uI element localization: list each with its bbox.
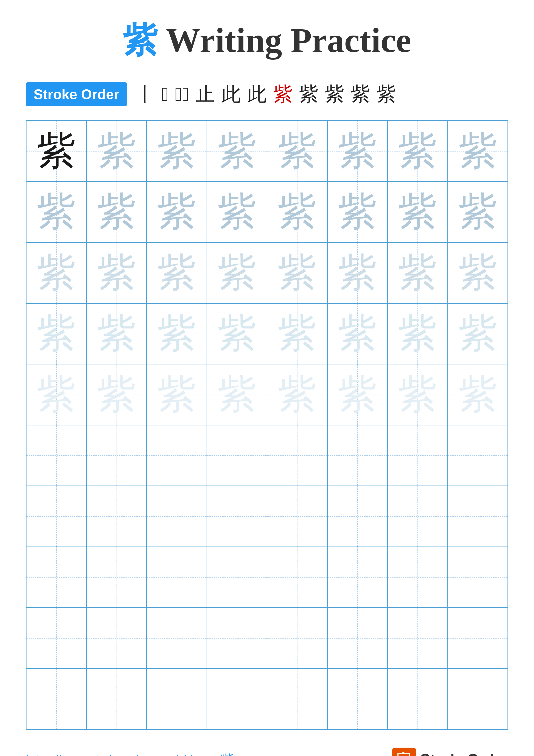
grid-cell-4-8[interactable]: 紫 [448, 304, 508, 364]
grid-cell-3-7[interactable]: 紫 [388, 243, 448, 303]
grid-cell-7-4[interactable] [207, 486, 267, 547]
grid-cell-6-5[interactable] [267, 425, 328, 486]
grid-cell-3-2[interactable]: 紫 [87, 243, 147, 303]
grid-cell-2-8[interactable]: 紫 [448, 182, 508, 242]
grid-cell-3-8[interactable]: 紫 [448, 243, 508, 303]
grid-cell-8-2[interactable] [87, 547, 147, 608]
stroke-step-7: 紫 [273, 81, 292, 107]
grid-cell-2-6[interactable]: 紫 [328, 182, 388, 242]
stroke-step-1: 丨 [136, 81, 155, 107]
logo-icon: 字 [392, 747, 416, 756]
grid-cell-10-8[interactable] [448, 669, 508, 729]
grid-cell-10-4[interactable] [207, 669, 267, 729]
grid-cell-3-4[interactable]: 紫 [207, 243, 267, 303]
grid-cell-7-6[interactable] [328, 486, 388, 547]
grid-cell-4-3[interactable]: 紫 [147, 304, 207, 364]
grid-cell-2-5[interactable]: 紫 [267, 182, 328, 242]
char-display: 紫 [157, 132, 196, 171]
grid-cell-2-7[interactable]: 紫 [388, 182, 448, 242]
grid-cell-7-2[interactable] [87, 486, 147, 547]
grid-cell-2-3[interactable]: 紫 [147, 182, 207, 242]
grid-cell-2-1[interactable]: 紫 [27, 182, 87, 242]
practice-grid[interactable]: 紫 紫 紫 紫 紫 紫 紫 紫 紫 紫 紫 紫 紫 紫 紫 紫 紫 紫 紫 紫 … [26, 120, 508, 730]
grid-cell-1-8[interactable]: 紫 [448, 121, 508, 181]
grid-cell-10-3[interactable] [147, 669, 207, 729]
grid-cell-5-7[interactable]: 紫 [388, 364, 448, 425]
grid-cell-8-6[interactable] [328, 547, 388, 608]
char-display: 紫 [398, 375, 437, 414]
char-display: 紫 [37, 314, 76, 353]
char-display: 紫 [458, 192, 497, 231]
grid-cell-9-7[interactable] [388, 608, 448, 668]
grid-cell-1-7[interactable]: 紫 [388, 121, 448, 181]
grid-cell-10-6[interactable] [328, 669, 388, 729]
grid-cell-7-1[interactable] [27, 486, 87, 547]
grid-cell-3-3[interactable]: 紫 [147, 243, 207, 303]
grid-cell-4-1[interactable]: 紫 [27, 304, 87, 364]
grid-cell-4-5[interactable]: 紫 [267, 304, 328, 364]
grid-cell-9-5[interactable] [267, 608, 328, 668]
grid-cell-4-2[interactable]: 紫 [87, 304, 147, 364]
char-display: 紫 [157, 314, 196, 353]
grid-cell-5-8[interactable]: 紫 [448, 364, 508, 425]
grid-cell-9-4[interactable] [207, 608, 267, 668]
grid-cell-5-1[interactable]: 紫 [27, 364, 87, 425]
grid-cell-6-7[interactable] [388, 425, 448, 486]
grid-cell-6-2[interactable] [87, 425, 147, 486]
grid-cell-6-8[interactable] [448, 425, 508, 486]
char-display: 紫 [398, 132, 437, 171]
grid-cell-6-3[interactable] [147, 425, 207, 486]
grid-cell-8-8[interactable] [448, 547, 508, 608]
grid-cell-5-6[interactable]: 紫 [328, 364, 388, 425]
grid-cell-1-5[interactable]: 紫 [267, 121, 328, 181]
grid-cell-1-1[interactable]: 紫 [27, 121, 87, 181]
grid-cell-1-4[interactable]: 紫 [207, 121, 267, 181]
grid-cell-5-3[interactable]: 紫 [147, 364, 207, 425]
char-display: 紫 [97, 132, 136, 171]
char-display: 紫 [217, 375, 256, 414]
char-display: 紫 [338, 314, 377, 353]
grid-cell-7-5[interactable] [267, 486, 328, 547]
grid-cell-8-1[interactable] [27, 547, 87, 608]
grid-cell-5-4[interactable]: 紫 [207, 364, 267, 425]
footer-url[interactable]: https://www.strokeorder.com/chinese/紫 [26, 751, 234, 756]
char-display: 紫 [458, 375, 497, 414]
grid-cell-10-5[interactable] [267, 669, 328, 729]
grid-cell-5-2[interactable]: 紫 [87, 364, 147, 425]
grid-row-7 [27, 486, 507, 547]
grid-cell-9-8[interactable] [448, 608, 508, 668]
grid-cell-6-4[interactable] [207, 425, 267, 486]
grid-cell-8-7[interactable] [388, 547, 448, 608]
grid-cell-10-1[interactable] [27, 669, 87, 729]
grid-cell-6-6[interactable] [328, 425, 388, 486]
grid-cell-3-5[interactable]: 紫 [267, 243, 328, 303]
grid-cell-7-3[interactable] [147, 486, 207, 547]
grid-cell-2-4[interactable]: 紫 [207, 182, 267, 242]
char-display: 紫 [97, 254, 136, 292]
grid-cell-9-2[interactable] [87, 608, 147, 668]
grid-cell-8-3[interactable] [147, 547, 207, 608]
char-display: 紫 [37, 192, 76, 231]
grid-cell-10-2[interactable] [87, 669, 147, 729]
grid-cell-1-6[interactable]: 紫 [328, 121, 388, 181]
grid-cell-7-7[interactable] [388, 486, 448, 547]
grid-cell-3-6[interactable]: 紫 [328, 243, 388, 303]
grid-cell-10-7[interactable] [388, 669, 448, 729]
grid-cell-2-2[interactable]: 紫 [87, 182, 147, 242]
grid-cell-9-6[interactable] [328, 608, 388, 668]
grid-cell-9-1[interactable] [27, 608, 87, 668]
grid-cell-1-3[interactable]: 紫 [147, 121, 207, 181]
grid-cell-8-5[interactable] [267, 547, 328, 608]
grid-cell-6-1[interactable] [27, 425, 87, 486]
grid-cell-1-2[interactable]: 紫 [87, 121, 147, 181]
grid-cell-4-7[interactable]: 紫 [388, 304, 448, 364]
grid-cell-5-5[interactable]: 紫 [267, 364, 328, 425]
grid-cell-4-6[interactable]: 紫 [328, 304, 388, 364]
grid-cell-8-4[interactable] [207, 547, 267, 608]
stroke-sequence: 丨 𠂇 𠂇丨 止 此 此 紫 紫 紫 紫 紫 [136, 81, 508, 107]
grid-cell-9-3[interactable] [147, 608, 207, 668]
grid-cell-3-1[interactable]: 紫 [27, 243, 87, 303]
grid-cell-4-4[interactable]: 紫 [207, 304, 267, 364]
char-display: 紫 [278, 192, 317, 231]
grid-cell-7-8[interactable] [448, 486, 508, 547]
